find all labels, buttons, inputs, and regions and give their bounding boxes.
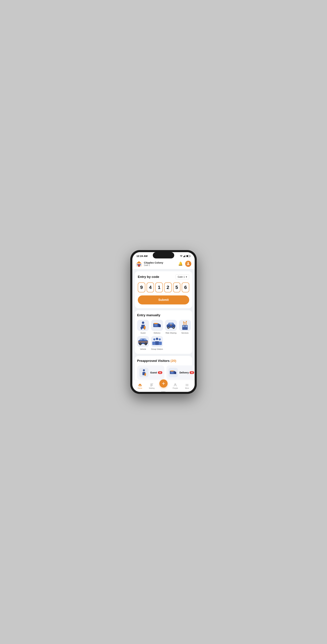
svg-marker-57 xyxy=(174,371,176,374)
manual-placeholder-2 xyxy=(178,336,190,350)
manual-item-delivery[interactable]: Delivery xyxy=(151,320,163,334)
manual-placeholder-1 xyxy=(165,336,176,350)
delivery-label: Delivery xyxy=(154,332,160,334)
entry-add-button[interactable] xyxy=(160,380,168,388)
avatar-person-icon xyxy=(186,262,190,266)
services-icon xyxy=(179,320,191,331)
svg-rect-10 xyxy=(137,264,138,266)
group-visitors-label: Group Visitors xyxy=(151,348,163,350)
preapproved-title-text: Preapproved Visitors xyxy=(137,359,170,362)
entry-manual-title: Entry manually xyxy=(137,313,190,317)
digit-0[interactable]: 9 xyxy=(138,282,145,292)
svg-rect-1 xyxy=(184,256,184,257)
battery-icon xyxy=(186,255,190,257)
preapproved-card-guest-info: Guest 35 xyxy=(150,371,162,374)
entry-code-section: Entry by code Gate 1 ▾ 9 4 1 2 5 6 Submi… xyxy=(135,271,192,308)
nav-item-people[interactable]: People xyxy=(170,383,181,389)
nav-entry-label: Entry xyxy=(162,391,165,392)
preapproved-title: Preapproved Visitors (20) xyxy=(137,359,190,363)
svg-point-82 xyxy=(175,384,176,385)
svg-rect-59 xyxy=(171,372,174,374)
svg-point-48 xyxy=(153,338,155,340)
phone-frame: 12:24 AM xyxy=(130,250,197,394)
svg-rect-27 xyxy=(170,323,172,324)
preapproved-card-guest[interactable]: Guest 35 xyxy=(137,366,164,380)
entry-code-header: Entry by code Gate 1 ▾ xyxy=(138,274,189,280)
svg-rect-77 xyxy=(150,384,152,385)
svg-point-85 xyxy=(186,385,187,386)
guest-icon xyxy=(137,320,149,331)
plus-icon xyxy=(162,382,166,386)
manual-item-guest[interactable]: Guest xyxy=(137,320,149,334)
manual-item-group-visitors[interactable]: Group Visitors xyxy=(151,336,163,350)
nav-people-label: People xyxy=(173,387,178,389)
delivery-badge: 45 xyxy=(190,371,194,374)
group-visitors-icon xyxy=(151,336,163,347)
preapproved-card-delivery-info: Delivery 45 xyxy=(180,371,194,374)
svg-rect-75 xyxy=(140,385,140,386)
ride-sharing-label: Ride Sharing xyxy=(166,332,176,334)
svg-point-84 xyxy=(188,384,188,385)
digit-4[interactable]: 5 xyxy=(173,282,180,292)
nav-item-home[interactable]: Home xyxy=(134,383,146,389)
svg-rect-46 xyxy=(138,341,148,342)
svg-rect-31 xyxy=(182,326,184,327)
svg-point-83 xyxy=(186,384,187,385)
svg-rect-3 xyxy=(185,255,186,257)
header-gate: Gate 1 xyxy=(144,264,163,266)
svg-rect-32 xyxy=(185,326,187,327)
svg-rect-55 xyxy=(144,373,146,376)
svg-rect-79 xyxy=(150,386,152,386)
signal-icon xyxy=(183,255,186,257)
nav-item-entry[interactable]: Entry xyxy=(158,380,169,392)
svg-rect-5 xyxy=(190,256,190,256)
svg-rect-11 xyxy=(140,264,141,266)
bell-icon[interactable]: 🔔 xyxy=(178,262,183,266)
nav-item-more[interactable]: More xyxy=(181,383,193,389)
svg-point-13 xyxy=(142,322,144,324)
more-icon xyxy=(185,383,189,387)
vehicle-icon xyxy=(137,336,149,347)
preapproved-count: (20) xyxy=(170,359,176,362)
svg-rect-20 xyxy=(154,323,158,324)
gate-dropdown[interactable]: Gate 1 ▾ xyxy=(176,274,189,280)
scroll-content[interactable]: Entry by code Gate 1 ▾ 9 4 1 2 5 6 Submi… xyxy=(132,269,195,392)
preapproved-card-delivery[interactable]: Delivery 45 xyxy=(166,366,195,380)
phone-screen: 12:24 AM xyxy=(132,252,195,392)
digit-1[interactable]: 4 xyxy=(147,282,154,292)
nav-waiting-label: Waiting xyxy=(149,387,154,389)
status-icons xyxy=(180,255,190,257)
svg-point-26 xyxy=(173,327,174,328)
svg-rect-6 xyxy=(187,256,188,256)
digit-2[interactable]: 1 xyxy=(155,282,163,292)
nav-item-waiting[interactable]: Waiting xyxy=(146,383,158,389)
bottom-nav: Home Waiting xyxy=(132,380,195,392)
svg-rect-17 xyxy=(144,326,146,329)
guest-card-icon xyxy=(139,368,148,377)
manual-grid-row2: Vehicle xyxy=(137,336,190,350)
svg-marker-8 xyxy=(136,261,142,264)
guest-badge: 35 xyxy=(158,371,162,374)
digit-5[interactable]: 6 xyxy=(182,282,189,292)
svg-rect-58 xyxy=(170,370,174,372)
gate-dropdown-label: Gate 1 xyxy=(178,276,185,278)
svg-rect-41 xyxy=(144,339,146,340)
submit-button[interactable]: Submit xyxy=(138,296,189,304)
manual-item-services[interactable]: Services xyxy=(179,320,191,334)
svg-point-49 xyxy=(159,338,161,340)
avatar[interactable] xyxy=(185,261,191,267)
manual-item-vehicle[interactable]: Vehicle xyxy=(137,336,149,350)
svg-point-45 xyxy=(145,343,146,344)
svg-rect-76 xyxy=(150,384,153,384)
people-icon xyxy=(174,383,177,387)
wifi-icon xyxy=(180,255,182,257)
svg-point-29 xyxy=(170,324,172,326)
digit-3[interactable]: 2 xyxy=(164,282,172,292)
svg-rect-50 xyxy=(155,341,159,345)
header-left: Cityplex Colony Gate 1 xyxy=(136,260,163,267)
svg-marker-19 xyxy=(158,323,161,327)
svg-rect-2 xyxy=(184,256,185,257)
notch xyxy=(153,252,174,258)
svg-rect-51 xyxy=(152,342,155,345)
manual-item-ride-sharing[interactable]: Ride Sharing xyxy=(165,320,177,334)
